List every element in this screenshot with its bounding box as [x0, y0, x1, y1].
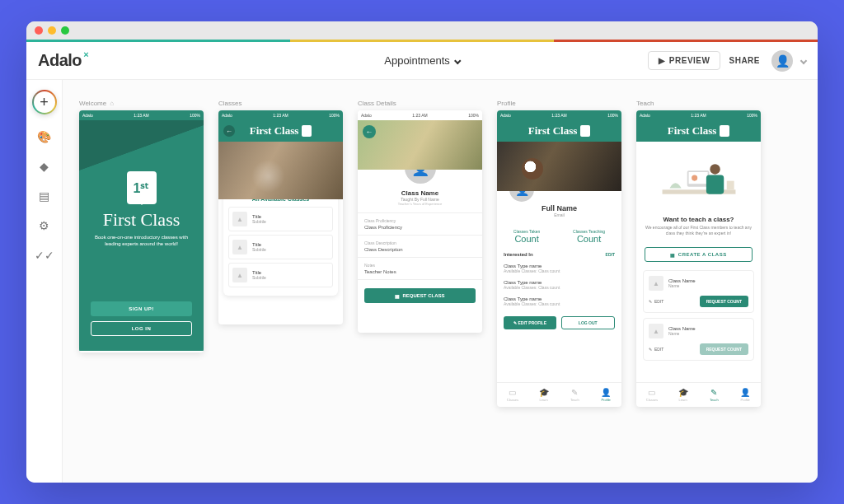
login-button[interactable]: LOG IN [91, 321, 192, 336]
tab-learn[interactable]: 🎓Learn [668, 383, 699, 407]
request-count-button[interactable]: REQUEST COUNT [700, 296, 748, 307]
share-button[interactable]: SHARE [729, 56, 760, 65]
user-icon: 👤 [601, 388, 611, 397]
chevron-down-icon[interactable] [800, 57, 807, 63]
list-item[interactable]: Class Type nameAvailable Classes: Class … [497, 293, 621, 310]
screen-label: Classes [218, 100, 343, 107]
account-avatar[interactable]: 👤 [771, 50, 793, 72]
tab-classes[interactable]: ▭Classes [497, 383, 528, 407]
app-logo-icon: 1ˢᵗ [127, 171, 157, 204]
status-bar: Adalo1:23 AM100% [497, 110, 621, 120]
cap-icon: 🎓 [678, 388, 688, 397]
status-bar: Adalo1:23 AM100% [218, 110, 343, 120]
screen-header: ← First Class [218, 120, 343, 142]
screen-classes[interactable]: Classes Adalo1:23 AM100% ← First Class A… [218, 100, 343, 324]
screen-label: Teach [636, 100, 761, 107]
edit-link[interactable]: EDIT [606, 252, 615, 257]
image-icon: ▲ [232, 268, 247, 282]
profile-email: Email [502, 212, 617, 217]
status-bar: Adalo1:23 AM100% [358, 110, 482, 120]
add-component-button[interactable]: + [32, 90, 57, 114]
detail-row: NotesTeacher Notes [358, 258, 482, 280]
illustration [636, 142, 761, 216]
edit-profile-button[interactable]: ✎EDIT PROFILE [504, 316, 556, 329]
pencil-icon: ✎ [513, 320, 517, 325]
screen-label: Class Details [358, 100, 482, 107]
screen-teach[interactable]: Teach Adalo1:23 AM100% First Class [636, 100, 761, 407]
gear-icon[interactable]: ⚙ [37, 218, 52, 233]
request-class-button[interactable]: ▦REQUEST CLASS [364, 288, 476, 303]
tab-teach[interactable]: ✎Teach [699, 383, 730, 407]
hero-image [218, 142, 343, 199]
screen-class-details[interactable]: Class Details Adalo1:23 AM100% ← 👤 Class… [358, 100, 482, 333]
screen-header: First Class [497, 120, 621, 142]
list-item[interactable]: Class Type nameAvailable Classes: Class … [497, 277, 621, 293]
svg-point-3 [692, 175, 697, 181]
close-icon[interactable] [35, 26, 43, 35]
image-icon: ▲ [649, 324, 663, 338]
tab-teach[interactable]: ✎Teach [560, 383, 591, 407]
teach-icon: ✎ [710, 388, 717, 397]
edit-button[interactable]: ✎EDIT [649, 299, 663, 304]
left-toolbar: + 🎨 ◆ ▤ ⚙ ✓✓ [26, 80, 63, 483]
back-icon[interactable]: ← [363, 125, 376, 138]
calendar-icon: ▦ [395, 293, 400, 299]
adalo-logo[interactable]: Adalo [38, 51, 82, 70]
status-bar: Adalo1:23 AM100% [636, 110, 761, 120]
tab-classes[interactable]: ▭Classes [636, 383, 668, 407]
badge-icon [302, 125, 312, 137]
brand-title: First Class [528, 124, 578, 138]
request-count-button[interactable]: REQUEST COUNT [700, 343, 748, 355]
hero-image [358, 120, 482, 170]
brand-title: First Class [668, 124, 717, 138]
svg-rect-0 [662, 189, 735, 194]
image-icon: ▲ [649, 276, 663, 291]
preview-button[interactable]: ▶ PREVIEW [648, 51, 720, 70]
profile-name: Full Name [502, 204, 617, 212]
cta-text: We encourage all of our First Class memb… [645, 225, 753, 236]
tagline: Book one-on-one introductory classes wit… [79, 231, 204, 251]
status-bar: Adalo1:23 AM100% [79, 110, 204, 120]
badge-icon [580, 125, 590, 137]
check-icon[interactable]: ✓✓ [37, 248, 52, 263]
section-heading: Interested In [504, 252, 533, 257]
list-item[interactable]: ▲ TitleSubtitle [228, 207, 333, 231]
design-canvas[interactable]: Welcome ⌂ Adalo1:23 AM100% 1ˢᵗ First Cla… [63, 80, 818, 483]
svg-rect-2 [688, 172, 707, 184]
preview-label: PREVIEW [669, 56, 710, 65]
layers-icon[interactable]: ◆ [37, 159, 52, 174]
svg-rect-4 [706, 175, 723, 194]
list-item[interactable]: Class Type nameAvailable Classes: Class … [497, 260, 621, 277]
screen-profile[interactable]: Profile Adalo1:23 AM100% First Class 👤 F… [497, 100, 621, 407]
tab-profile[interactable]: 👤Profile [590, 383, 621, 407]
screen-welcome[interactable]: Welcome ⌂ Adalo1:23 AM100% 1ˢᵗ First Cla… [79, 100, 204, 352]
app-window: Adalo Appointments ▶ PREVIEW SHARE 👤 + 🎨… [26, 21, 818, 483]
tab-profile[interactable]: 👤Profile [729, 383, 761, 407]
tab-learn[interactable]: 🎓Learn [528, 383, 560, 407]
palette-icon[interactable]: 🎨 [37, 129, 52, 144]
database-icon[interactable]: ▤ [37, 189, 52, 203]
logout-button[interactable]: LOG OUT [561, 316, 616, 329]
image-icon: ▲ [232, 212, 247, 226]
create-class-button[interactable]: ▦CREATE A CLASS [645, 247, 753, 262]
app-header: Adalo Appointments ▶ PREVIEW SHARE 👤 [26, 42, 818, 80]
cta-heading: Want to teach a class? [645, 216, 753, 223]
list-item[interactable]: ▲ TitleSubtitle [228, 263, 333, 287]
signup-button[interactable]: SIGN UP! [91, 301, 192, 316]
maximize-icon[interactable] [61, 26, 69, 35]
list-item[interactable]: ▲ TitleSubtitle [228, 235, 333, 259]
screen-header: First Class [636, 120, 761, 142]
svg-rect-6 [726, 181, 734, 190]
pencil-icon: ✎ [649, 299, 652, 304]
book-icon: ▭ [648, 388, 655, 397]
svg-point-5 [710, 164, 720, 174]
classes-panel: All Available Classes ▲ TitleSubtitle ▲ … [223, 191, 338, 296]
teacher-illustration-icon [654, 146, 744, 212]
teach-icon: ✎ [571, 388, 578, 397]
minimize-icon[interactable] [48, 26, 56, 35]
edit-button[interactable]: ✎EDIT [649, 347, 663, 352]
back-icon[interactable]: ← [223, 125, 235, 137]
project-name: Appointments [384, 54, 450, 67]
badge-icon [720, 125, 729, 137]
project-switcher[interactable]: Appointments [384, 54, 460, 67]
